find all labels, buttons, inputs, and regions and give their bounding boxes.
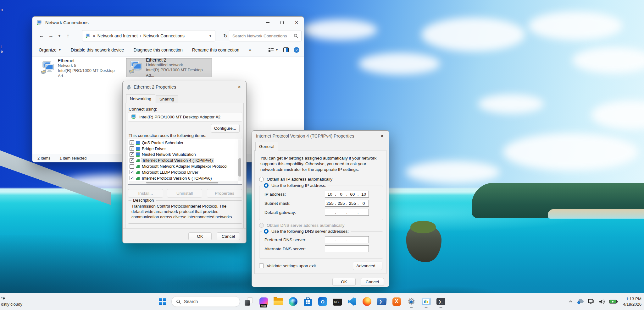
explorer-titlebar[interactable]: Network Connections ✕ — [32, 17, 304, 29]
properties-button[interactable]: Properties — [207, 189, 242, 198]
dialog-titlebar[interactable]: Internet Protocol Version 4 (TCP/IPv4) P… — [252, 131, 389, 141]
protocol-item[interactable]: ✓Internet Protocol Version 6 (TCP/IPv6) — [129, 175, 237, 181]
protocol-checkbox[interactable] — [130, 164, 134, 169]
ip-field-input[interactable]: ... — [325, 209, 369, 216]
maximize-button[interactable] — [275, 17, 289, 29]
tray-chevron-up-icon[interactable] — [568, 299, 573, 304]
radio-icon[interactable] — [264, 183, 269, 188]
start-button[interactable] — [157, 295, 169, 308]
ip-field-input[interactable]: 255.255.255.0 — [325, 200, 369, 207]
settings-icon[interactable]: ⚙ — [405, 295, 417, 308]
breadcrumb-item[interactable]: Network and Internet — [97, 34, 138, 38]
close-icon[interactable]: ✕ — [375, 131, 389, 141]
protocol-checkbox[interactable]: ✓ — [130, 176, 134, 180]
firefox-icon[interactable] — [361, 295, 373, 308]
tab-networking[interactable]: Networking — [126, 94, 155, 103]
protocol-item[interactable]: ✓Bridge Driver — [129, 146, 237, 152]
vertical-scrollbar[interactable] — [238, 139, 242, 181]
checkbox-icon[interactable] — [259, 264, 264, 268]
change-view-button[interactable]: ▼ — [269, 47, 278, 52]
minimize-button[interactable] — [260, 17, 275, 29]
vscode-icon[interactable] — [346, 295, 358, 308]
horizontal-scrollbar[interactable] — [129, 181, 238, 184]
radio-icon[interactable] — [259, 177, 264, 182]
breadcrumb-dropdown-icon[interactable]: ▼ — [209, 34, 212, 38]
protocol-item[interactable]: Microsoft Network Adapter Multiplexor Pr… — [129, 163, 237, 169]
command-prompt-icon[interactable]: C:\_ — [331, 295, 343, 308]
battery-charging-icon[interactable] — [609, 299, 618, 304]
install-button[interactable]: Install... — [128, 189, 163, 198]
remote-display-icon[interactable] — [588, 299, 595, 304]
protocol-icon — [136, 176, 140, 181]
disable-device-button[interactable]: Disable this network device — [71, 47, 124, 52]
validate-checkbox-row[interactable]: Validate settings upon exit — [259, 264, 316, 268]
protocol-checkbox[interactable]: ✓ — [130, 170, 134, 174]
diagnose-connection-button[interactable]: Diagnose this connection — [133, 47, 182, 52]
volume-icon[interactable] — [599, 299, 605, 304]
powershell-icon[interactable]: ❯_ — [376, 295, 388, 308]
file-explorer-icon[interactable] — [272, 295, 284, 308]
breadcrumb-overflow[interactable]: « — [93, 34, 95, 38]
connection-tile-ethernet[interactable]: Ethernet Network 5 Intel(R) PRO/1000 MT … — [38, 59, 124, 78]
radio-obtain-dns[interactable]: Obtain DNS server address automatically — [259, 223, 345, 228]
dialog-titlebar[interactable]: Ethernet 2 Properties ✕ — [123, 81, 246, 93]
protocol-checkbox[interactable]: ✓ — [130, 158, 134, 163]
radio-icon[interactable] — [264, 229, 269, 234]
more-commands-button[interactable]: » — [249, 47, 251, 52]
back-icon[interactable]: ← — [37, 33, 46, 39]
adapter-field[interactable]: Intel(R) PRO/1000 MT Desktop Adapter #2 — [128, 112, 242, 122]
protocol-checkbox[interactable]: ✓ — [130, 146, 134, 151]
cancel-button[interactable]: Cancel — [361, 278, 384, 286]
xampp-icon[interactable]: X — [391, 295, 402, 308]
radio-use-ip[interactable]: Use the following IP address: — [262, 183, 328, 188]
configure-button[interactable]: Configure... — [211, 124, 240, 133]
edge-icon[interactable] — [287, 295, 299, 308]
ok-button[interactable]: OK — [188, 232, 212, 240]
weather-widget[interactable]: °F ostly cloudy — [1, 296, 22, 307]
help-icon[interactable]: ? — [294, 47, 299, 53]
breadcrumb[interactable]: « Network and Internet › Network Connect… — [82, 30, 215, 41]
tab-sharing[interactable]: Sharing — [156, 95, 178, 103]
close-icon[interactable]: ✕ — [232, 81, 246, 93]
connection-items-list[interactable]: ✓QoS Packet Scheduler✓Bridge Driver✓Nest… — [128, 139, 242, 185]
tray-clock[interactable]: 1:13 PM 4/18/2026 — [623, 296, 641, 307]
ip-field-input[interactable]: ... — [325, 236, 369, 243]
ip-field-input[interactable]: 10.0.60.10 — [325, 191, 369, 198]
taskbar-search-input[interactable]: Search — [171, 296, 240, 307]
outlook-icon[interactable]: O — [317, 295, 329, 308]
protocol-checkbox[interactable]: ✓ — [130, 140, 134, 145]
recent-locations-icon[interactable]: ▼ — [56, 34, 63, 38]
tab-general[interactable]: General — [255, 142, 278, 151]
protocol-item[interactable]: ✓Nested Network Virtualization — [129, 152, 237, 158]
task-view-icon[interactable] — [243, 295, 255, 308]
taskbar-center: Search M365 O C:\_ ❯_ X ⚙ ❯_ — [157, 293, 447, 310]
onedrive-icon[interactable]: i — [577, 299, 584, 304]
uninstall-button[interactable]: Uninstall — [167, 189, 202, 198]
ip-field-input[interactable]: ... — [325, 245, 369, 252]
radio-icon[interactable] — [259, 223, 264, 228]
ok-button[interactable]: OK — [332, 278, 356, 286]
forward-icon[interactable]: → — [46, 33, 56, 39]
protocol-item[interactable]: ✓QoS Packet Scheduler — [129, 140, 237, 146]
windows-terminal-icon[interactable]: ❯_ — [435, 295, 447, 308]
radio-use-dns[interactable]: Use the following DNS server addresses: — [262, 229, 351, 234]
protocol-item[interactable]: ✓Internet Protocol Version 4 (TCP/IPv4) — [129, 157, 237, 163]
close-button[interactable]: ✕ — [289, 17, 304, 29]
organize-button[interactable]: Organize▼ — [39, 47, 61, 52]
scrollbar-thumb[interactable] — [238, 158, 241, 177]
breadcrumb-item[interactable]: Network Connections — [143, 34, 185, 38]
copilot-m365-icon[interactable]: M365 — [258, 295, 269, 308]
microsoft-store-icon[interactable] — [302, 295, 314, 308]
connection-tile-ethernet2[interactable]: Ethernet 2 Unidentified network Intel(R)… — [126, 58, 212, 77]
search-input[interactable]: Search Network Connections — [229, 30, 302, 41]
protocol-item[interactable]: ✓Microsoft LLDP Protocol Driver — [129, 169, 237, 175]
preview-pane-icon[interactable] — [283, 47, 289, 52]
advanced-button[interactable]: Advanced... — [353, 262, 382, 270]
up-icon[interactable]: ↑ — [63, 33, 73, 39]
cancel-button[interactable]: Cancel — [217, 232, 240, 240]
resource-monitor-icon[interactable] — [420, 295, 432, 308]
protocol-checkbox[interactable]: ✓ — [130, 152, 134, 157]
scrollbar-thumb[interactable] — [146, 182, 218, 183]
radio-obtain-ip[interactable]: Obtain an IP address automatically — [259, 177, 332, 182]
rename-connection-button[interactable]: Rename this connection — [192, 47, 239, 52]
